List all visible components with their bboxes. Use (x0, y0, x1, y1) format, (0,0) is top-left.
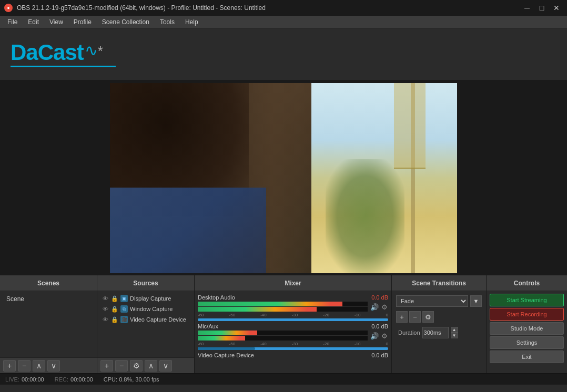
menu-scene-collection[interactable]: Scene Collection (97, 16, 155, 28)
scenes-remove-button[interactable]: − (18, 360, 31, 372)
duration-label: Duration (398, 329, 420, 336)
preview-area (0, 81, 567, 275)
sources-settings-button[interactable]: ⚙ (130, 360, 143, 372)
transition-arrow-button[interactable]: ▼ (470, 295, 482, 307)
sources-add-button[interactable]: + (100, 360, 113, 372)
scenes-header: Scenes (0, 275, 97, 291)
studio-mode-button[interactable]: Studio Mode (490, 322, 564, 335)
desktop-bar-top (198, 302, 342, 306)
menu-help[interactable]: Help (180, 16, 204, 28)
menu-tools[interactable]: Tools (155, 16, 180, 28)
window-controls: ─ □ ✕ (521, 3, 563, 13)
mixer-content: Desktop Audio 0.0 dB 🔊 ⚙ (195, 291, 391, 373)
logo-asterisk: * (98, 43, 103, 59)
menu-profile[interactable]: Profile (68, 16, 97, 28)
live-status: LIVE: 00:00:00 (5, 376, 44, 383)
minimize-button[interactable]: ─ (521, 3, 533, 13)
app-icon: ● (4, 4, 13, 12)
mic-volume-slider[interactable] (198, 347, 388, 350)
video-device-db: 0.0 dB (371, 352, 388, 358)
sources-down-button[interactable]: ∨ (159, 360, 172, 372)
source-item-window[interactable]: 👁 🔒 ⧉ Window Capture (99, 304, 192, 314)
desktop-settings-button[interactable]: ⚙ (381, 303, 388, 312)
transition-settings-button[interactable]: ⚙ (422, 311, 434, 323)
exit-button[interactable]: Exit (490, 350, 564, 363)
scenes-content: Scene (0, 291, 97, 357)
desktop-audio-scale: -60-50-40-30-20-100 (198, 313, 388, 317)
duration-spinners: ▲ ▼ (451, 327, 458, 338)
scenes-add-button[interactable]: + (3, 360, 16, 372)
eye-icon-video[interactable]: 👁 (102, 316, 109, 323)
scene-item[interactable]: Scene (2, 293, 95, 305)
mixer-panel: Mixer Desktop Audio 0.0 dB (195, 275, 392, 373)
source-item-display[interactable]: 👁 🔒 ▣ Display Capture (99, 293, 192, 304)
menu-edit[interactable]: Edit (23, 16, 44, 28)
source-item-video[interactable]: 👁 🔒 🎥 Video Capture Device (99, 314, 192, 325)
logo-wave: ∿ (85, 41, 98, 59)
window-title: OBS 21.1.2-19-g57da9e15-modified (64bit,… (17, 4, 517, 12)
transition-remove-button[interactable]: − (409, 311, 421, 323)
sources-content: 👁 🔒 ▣ Display Capture 👁 🔒 ⧉ Window Captu… (97, 291, 194, 357)
desktop-mute-button[interactable]: 🔊 (370, 303, 379, 312)
video-capture-icon: 🎥 (120, 316, 128, 323)
desktop-bar-bot (198, 307, 317, 312)
transition-add-button[interactable]: + (396, 311, 408, 323)
duration-input[interactable] (422, 327, 449, 338)
display-capture-icon: ▣ (120, 295, 128, 302)
lock-icon-video[interactable]: 🔒 (111, 316, 118, 323)
desktop-audio-controls: 🔊 ⚙ (370, 303, 388, 312)
mic-bar-top (198, 331, 257, 335)
mic-settings-button[interactable]: ⚙ (381, 332, 388, 341)
mixer-track-video: Video Capture Device 0.0 dB (198, 352, 388, 358)
cpu-stats: CPU: 0.8%, 30.00 fps (104, 376, 159, 383)
sources-up-button[interactable]: ∧ (145, 360, 157, 372)
scenes-up-button[interactable]: ∧ (33, 360, 45, 372)
eye-icon-window[interactable]: 👁 (102, 306, 109, 312)
desktop-audio-db: 0.0 dB (371, 294, 388, 301)
mixer-header: Mixer (195, 275, 391, 291)
statusbar: LIVE: 00:00:00 REC: 00:00:00 CPU: 0.8%, … (0, 373, 567, 385)
mixer-track-mic: Mic/Aux 0.0 dB 🔊 ⚙ (198, 323, 388, 350)
titlebar: ● OBS 21.1.2-19-g57da9e15-modified (64bi… (0, 0, 567, 16)
mixer-track-desktop: Desktop Audio 0.0 dB 🔊 ⚙ (198, 294, 388, 321)
mic-aux-controls: 🔊 ⚙ (370, 332, 388, 341)
dacast-logo: DaCast ∿ * (11, 41, 116, 67)
menu-view[interactable]: View (44, 16, 68, 28)
desktop-audio-label: Desktop Audio (198, 294, 235, 301)
desktop-volume-slider[interactable] (198, 318, 388, 321)
video-capture-label: Video Capture Device (130, 316, 186, 323)
transitions-content: Fade ▼ + − ⚙ Duration ▲ ▼ (392, 291, 486, 373)
lock-icon-display[interactable]: 🔒 (111, 295, 118, 302)
rec-label: REC: (55, 376, 68, 383)
close-button[interactable]: ✕ (550, 3, 563, 13)
transition-controls-row: + − ⚙ (394, 309, 484, 325)
duration-down-button[interactable]: ▼ (451, 333, 458, 338)
start-streaming-button[interactable]: Start Streaming (490, 294, 564, 306)
display-capture-label: Display Capture (130, 295, 171, 302)
logo-text: DaCast (11, 42, 84, 64)
scenes-down-button[interactable]: ∨ (47, 360, 60, 372)
mic-aux-scale: -60-50-40-30-20-100 (198, 342, 388, 346)
controls-content: Start Streaming Start Recording Studio M… (487, 291, 567, 373)
sources-header: Sources (97, 275, 194, 291)
sources-footer: + − ⚙ ∧ ∨ (97, 357, 194, 373)
menu-file[interactable]: File (2, 16, 23, 28)
lock-icon-window[interactable]: 🔒 (111, 306, 118, 313)
duration-row: Duration ▲ ▼ (394, 325, 484, 341)
settings-button[interactable]: Settings (490, 336, 564, 349)
maximize-button[interactable]: □ (535, 3, 548, 13)
mic-mute-button[interactable]: 🔊 (370, 332, 379, 341)
window-capture-label: Window Capture (130, 306, 173, 312)
duration-up-button[interactable]: ▲ (451, 327, 458, 333)
eye-icon-display[interactable]: 👁 (102, 295, 109, 302)
controls-header: Controls (487, 275, 567, 291)
transitions-header: Scene Transitions (392, 275, 486, 291)
mic-aux-bars (198, 331, 368, 341)
logo-underline (11, 66, 116, 67)
live-label: LIVE: (5, 376, 19, 383)
start-recording-button[interactable]: Start Recording (490, 308, 564, 321)
preview-canvas (110, 83, 457, 273)
sources-panel: Sources 👁 🔒 ▣ Display Capture 👁 🔒 ⧉ Wind… (97, 275, 195, 373)
transition-type-dropdown[interactable]: Fade (396, 295, 468, 307)
sources-remove-button[interactable]: − (115, 360, 128, 372)
